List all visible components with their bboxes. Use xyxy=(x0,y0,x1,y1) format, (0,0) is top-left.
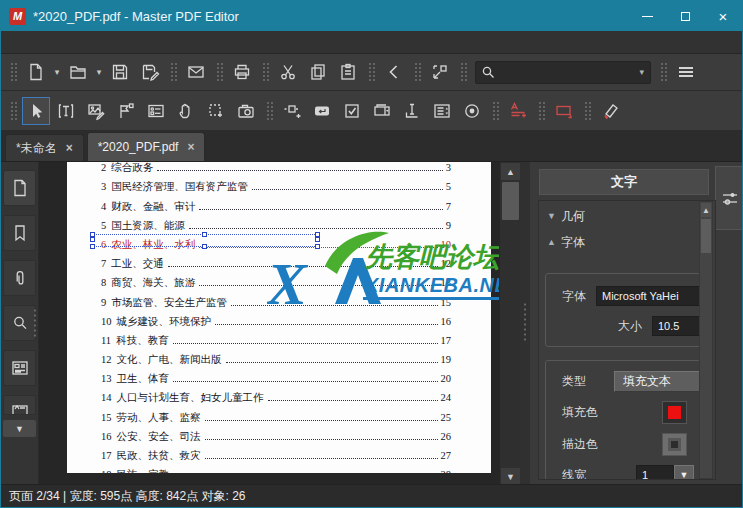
edit-path-tool-button[interactable] xyxy=(112,97,140,125)
pdf-page[interactable]: 2 综合政务 3 3 国民经济管理、国有资产监管 5 xyxy=(67,162,491,473)
splitter-grip[interactable] xyxy=(523,302,527,342)
search-input[interactable] xyxy=(496,65,637,79)
document-viewport[interactable]: 2 综合政务 3 3 国民经济管理、国有资产监管 5 xyxy=(39,162,499,486)
toolbar-grip[interactable] xyxy=(413,61,421,83)
selection-handle[interactable] xyxy=(202,232,207,237)
close-button[interactable]: × xyxy=(704,1,742,31)
selection-handle[interactable] xyxy=(315,237,320,242)
copy-button[interactable] xyxy=(304,58,332,86)
toc-row[interactable]: 13 卫生、体育 20 xyxy=(101,366,451,385)
toolbar-grip[interactable] xyxy=(215,61,223,83)
back-button[interactable] xyxy=(380,58,408,86)
checkbox-field-tool-button[interactable] xyxy=(338,97,366,125)
selection-handle[interactable] xyxy=(90,244,95,249)
rectangle-annotation-tool-button[interactable] xyxy=(550,97,578,125)
toc-row[interactable]: 16 公安、安全、司法 26 xyxy=(101,424,451,443)
print-button[interactable] xyxy=(228,58,256,86)
toc-row[interactable]: 2 综合政务 3 xyxy=(101,162,451,174)
selection-handle[interactable] xyxy=(90,237,95,242)
toc-row[interactable]: 5 国土资源、能源 9 xyxy=(101,213,451,232)
menu-item[interactable] xyxy=(183,39,205,45)
toolbar-grip[interactable] xyxy=(491,100,499,122)
toc-row[interactable]: 14 人口与计划生育、妇女儿童工作 24 xyxy=(101,385,451,404)
toolbar-grip[interactable] xyxy=(367,61,375,83)
cut-button[interactable] xyxy=(274,58,302,86)
open-file-button[interactable] xyxy=(64,58,92,86)
new-document-button[interactable] xyxy=(22,58,50,86)
toc-row[interactable]: 8 商贸、海关、旅游 13 xyxy=(101,270,451,289)
line-width-dropdown[interactable]: ▼ xyxy=(674,465,694,480)
size-input[interactable]: 10.5 xyxy=(652,316,700,336)
tab-close-icon[interactable]: × xyxy=(187,140,194,154)
sidebar-pages-button[interactable] xyxy=(3,170,36,206)
toc-row[interactable]: 3 国民经济管理、国有资产监管 5 xyxy=(101,174,451,193)
sidebar-scroll-down-button[interactable]: ▼ xyxy=(3,420,36,437)
menu-item[interactable] xyxy=(51,39,73,45)
toc-row[interactable]: 12 文化、广电、新闻出版 19 xyxy=(101,347,451,366)
sidebar-splitter-grip[interactable] xyxy=(33,308,37,338)
save-button[interactable] xyxy=(106,58,134,86)
maximize-button[interactable] xyxy=(666,1,704,31)
save-as-button[interactable] xyxy=(136,58,164,86)
toc-row[interactable]: 18 民族、宗教 28 xyxy=(101,462,451,473)
button-field-tool-button[interactable] xyxy=(308,97,336,125)
toolbar-grip[interactable] xyxy=(265,100,273,122)
main-menu-button[interactable] xyxy=(672,58,700,86)
fill-color-button[interactable] xyxy=(662,401,687,424)
scrollbar-thumb[interactable] xyxy=(502,182,519,220)
edit-form-tool-button[interactable] xyxy=(142,97,170,125)
toc-row[interactable]: 15 劳动、人事、监察 25 xyxy=(101,404,451,423)
toolbar-grip[interactable] xyxy=(261,61,269,83)
listbox-field-tool-button[interactable] xyxy=(428,97,456,125)
type-dropdown[interactable]: 填充文本 xyxy=(614,371,706,392)
panel-scrollbar-thumb[interactable] xyxy=(701,219,711,253)
toolbar-grip[interactable] xyxy=(9,100,17,122)
email-button[interactable] xyxy=(182,58,210,86)
open-file-dropdown[interactable]: ▾ xyxy=(93,58,105,86)
document-scrollbar[interactable]: ▲ ▼ xyxy=(499,162,520,486)
section-geometry[interactable]: ▼ 几何 xyxy=(539,203,715,229)
minimize-button[interactable] xyxy=(628,1,666,31)
font-name-input[interactable]: Microsoft YaHei xyxy=(596,286,708,306)
snapshot-tool-button[interactable] xyxy=(232,97,260,125)
panel-splitter[interactable] xyxy=(520,162,530,486)
document-tab[interactable]: *未命名 × xyxy=(5,134,84,161)
eraser-tool-button[interactable] xyxy=(596,97,624,125)
toolbar-grip[interactable] xyxy=(459,61,467,83)
stroke-color-button[interactable] xyxy=(662,433,687,456)
selection-handle[interactable] xyxy=(90,232,95,237)
sidebar-form-fields-button[interactable] xyxy=(3,395,36,415)
scroll-up-button[interactable]: ▲ xyxy=(501,163,520,180)
menu-item[interactable] xyxy=(73,39,95,45)
combobox-field-tool-button[interactable] xyxy=(368,97,396,125)
selection-handle[interactable] xyxy=(315,232,320,237)
sidebar-properties-button[interactable] xyxy=(3,350,36,386)
sidebar-bookmarks-button[interactable] xyxy=(3,215,36,251)
search-dropdown-icon[interactable]: ▾ xyxy=(637,67,646,77)
edit-image-tool-button[interactable] xyxy=(82,97,110,125)
menu-item[interactable] xyxy=(139,39,161,45)
menu-item[interactable] xyxy=(29,39,51,45)
panel-scroll-up-button[interactable]: ▲ xyxy=(701,203,711,217)
toc-row[interactable]: 7 工业、交通 12 xyxy=(101,251,451,270)
toolbar-grip[interactable] xyxy=(169,61,177,83)
hand-tool-button[interactable] xyxy=(172,97,200,125)
paste-button[interactable] xyxy=(334,58,362,86)
toc-row[interactable]: 6 农业、林业、水利 10 xyxy=(101,232,451,251)
fit-page-button[interactable] xyxy=(426,58,454,86)
edit-text-tool-button[interactable] xyxy=(52,97,80,125)
toolbar-grip[interactable] xyxy=(537,100,545,122)
select-area-tool-button[interactable] xyxy=(202,97,230,125)
line-width-input[interactable]: 1 xyxy=(636,465,674,480)
toc-row[interactable]: 4 财政、金融、审计 7 xyxy=(101,193,451,212)
new-document-dropdown[interactable]: ▾ xyxy=(51,58,63,86)
tab-close-icon[interactable]: × xyxy=(66,141,73,155)
section-font[interactable]: ▲ 字体 xyxy=(539,229,715,255)
sidebar-search-button[interactable] xyxy=(3,305,36,341)
menu-item[interactable] xyxy=(95,39,117,45)
toolbar-grip[interactable] xyxy=(9,61,17,83)
menu-item[interactable] xyxy=(7,39,29,45)
menu-item[interactable] xyxy=(161,39,183,45)
text-field-tool-button[interactable] xyxy=(398,97,426,125)
toc-row[interactable]: 11 科技、教育 17 xyxy=(101,328,451,347)
